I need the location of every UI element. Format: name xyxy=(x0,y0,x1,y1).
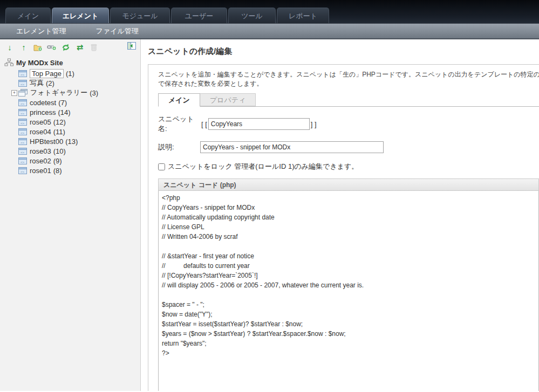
svg-text:<>: <> xyxy=(21,160,25,163)
svg-text:<>: <> xyxy=(21,102,25,105)
sub-navigation-bar: エレメント管理 ファイル管理 xyxy=(0,23,539,39)
main-content: スニペットの作成/編集 スニペットを追加・編集することができます。スニペットは「… xyxy=(141,39,539,391)
folder-document-icon xyxy=(18,89,28,97)
document-icon: <> xyxy=(18,99,27,106)
tab-reports[interactable]: レポート xyxy=(277,8,329,23)
tab-editor-properties[interactable]: プロパティ xyxy=(200,93,256,106)
tree-item-hpbtest00[interactable]: <> HPBtest00 (13) xyxy=(4,136,140,146)
new-folder-icon[interactable] xyxy=(32,43,43,52)
tab-modules[interactable]: モジュール xyxy=(110,8,170,23)
snippet-code-textarea[interactable]: <?php // CopyYears - snippet for MODx //… xyxy=(158,191,539,391)
snippet-code-header: スニペット コード (php) xyxy=(158,178,539,191)
snippet-name-row: スニペット名: [ [ ] ] xyxy=(158,114,539,134)
tab-users[interactable]: ユーザー xyxy=(171,8,227,23)
snippet-lock-row: スニペットをロック 管理者(ロールID 1)のみ編集できます。 xyxy=(158,162,539,171)
tree-item-count: (8) xyxy=(53,167,62,175)
tab-editor-main[interactable]: メイン xyxy=(158,93,200,107)
lock-snippet-label: スニペットをロック 管理者(ロールID 1)のみ編集できます。 xyxy=(168,162,358,171)
snippet-name-label: スニペット名: xyxy=(158,114,200,134)
tree-item-count: (7) xyxy=(58,99,67,107)
tree-item-photos[interactable]: <> 写真 (2) xyxy=(4,78,140,88)
subnav-file-management[interactable]: ファイル管理 xyxy=(96,26,139,36)
refresh-icon[interactable] xyxy=(60,43,71,52)
tree-item-label: Top Page xyxy=(30,69,64,78)
tree-toolbar: ↓ ↑ xyxy=(0,39,140,54)
tree-item-top-page[interactable]: <> Top Page (1) xyxy=(4,68,140,78)
tree-item-rose02[interactable]: <> rose02 (9) xyxy=(4,156,140,166)
top-navigation-bar: メイン エレメント モジュール ユーザー ツール レポート xyxy=(0,0,539,23)
tree-item-label: rose01 xyxy=(30,167,51,175)
tree-root[interactable]: My MODx Site xyxy=(4,58,140,67)
tree-item-count: (1) xyxy=(66,70,74,78)
site-icon xyxy=(4,58,14,67)
tree-item-rose05[interactable]: <> rose05 (12) xyxy=(4,117,140,127)
trash-icon[interactable] xyxy=(88,43,99,52)
tree-item-rose01[interactable]: <> rose01 (8) xyxy=(4,166,140,175)
tree-item-photo-gallery[interactable]: + フォトギャラリー (3) xyxy=(4,88,140,98)
tree-item-rose03[interactable]: <> rose03 (10) xyxy=(4,146,140,156)
tree-item-count: (12) xyxy=(53,118,66,126)
document-icon: <> xyxy=(18,167,27,174)
resource-tree: My MODx Site <> Top Page (1) <> 写真 (2) xyxy=(0,54,140,175)
snippet-editor-panel: スニペットを追加・編集することができます。スニペットは「生の」PHPコードです。… xyxy=(148,64,539,391)
description-line1: スニペットを追加・編集することができます。スニペットは「生の」PHPコードです。… xyxy=(158,70,539,79)
tree-item-label: rose03 xyxy=(30,147,51,155)
tree-item-codetest[interactable]: <> codetest (7) xyxy=(4,98,140,107)
snippet-desc-input[interactable] xyxy=(200,141,384,153)
lock-snippet-checkbox[interactable] xyxy=(158,163,165,170)
tree-item-count: (13) xyxy=(65,137,78,146)
sort-tree-icon[interactable]: ⇄ xyxy=(74,43,85,52)
tree-item-count: (11) xyxy=(53,128,65,136)
svg-text:<>: <> xyxy=(21,170,25,173)
tree-item-label: HPBtest00 xyxy=(30,137,63,146)
tab-tools[interactable]: ツール xyxy=(228,8,276,23)
editor-tabs: メイン プロパティ xyxy=(158,93,539,107)
tree-item-label: rose04 xyxy=(30,128,51,136)
tree-item-count: (3) xyxy=(90,89,98,97)
snippet-name-input[interactable] xyxy=(208,118,310,130)
name-bracket-open: [ [ xyxy=(201,120,207,128)
page-title: スニペットの作成/編集 xyxy=(141,39,539,57)
document-icon: <> xyxy=(18,148,27,155)
tree-item-count: (2) xyxy=(46,79,54,87)
tree-item-label: フォトギャラリー xyxy=(30,88,87,98)
expand-plus-icon[interactable]: + xyxy=(11,90,17,96)
name-bracket-close: ] ] xyxy=(311,120,317,128)
document-icon: <> xyxy=(18,138,27,145)
snippet-code-section: スニペット コード (php) <?php // CopyYears - sni… xyxy=(158,178,539,391)
subnav-element-management[interactable]: エレメント管理 xyxy=(16,26,66,36)
tab-main[interactable]: メイン xyxy=(5,8,51,23)
tree-item-count: (10) xyxy=(53,147,66,155)
snippet-desc-row: 説明: xyxy=(158,141,539,153)
document-icon: <> xyxy=(18,119,27,126)
tree-item-princess[interactable]: <> princess (14) xyxy=(4,107,140,117)
tree-item-count: (9) xyxy=(53,157,62,165)
collapse-panel-icon[interactable] xyxy=(127,42,136,52)
tab-elements[interactable]: エレメント xyxy=(52,8,109,23)
resource-tree-sidebar: ↓ ↑ xyxy=(0,39,141,391)
svg-text:<>: <> xyxy=(21,121,25,125)
tree-item-label: codetest xyxy=(30,99,56,107)
new-weblink-icon[interactable] xyxy=(46,43,57,52)
document-icon: <> xyxy=(18,109,27,116)
snippet-desc-label: 説明: xyxy=(158,142,200,152)
svg-text:<>: <> xyxy=(21,82,25,86)
svg-text:<>: <> xyxy=(21,131,25,134)
svg-text:<>: <> xyxy=(21,141,25,144)
document-icon: <> xyxy=(18,128,27,135)
svg-text:<>: <> xyxy=(21,73,25,76)
document-icon: <> xyxy=(18,80,27,87)
tree-root-label: My MODx Site xyxy=(16,59,63,67)
sort-down-icon[interactable]: ↓ xyxy=(4,43,15,52)
svg-text:<>: <> xyxy=(21,150,25,154)
tree-item-label: rose02 xyxy=(30,157,51,165)
tree-item-count: (14) xyxy=(58,108,70,116)
sort-up-icon[interactable]: ↑ xyxy=(18,43,29,52)
tree-item-label: princess xyxy=(30,108,56,116)
tree-item-rose04[interactable]: <> rose04 (11) xyxy=(4,127,140,136)
main-menu: メイン エレメント モジュール ユーザー ツール レポート xyxy=(5,8,330,23)
tree-item-label: 写真 xyxy=(30,78,44,88)
snippet-description: スニペットを追加・編集することができます。スニペットは「生の」PHPコードです。… xyxy=(158,70,539,88)
svg-text:<>: <> xyxy=(21,112,25,115)
document-icon: <> xyxy=(18,157,27,164)
